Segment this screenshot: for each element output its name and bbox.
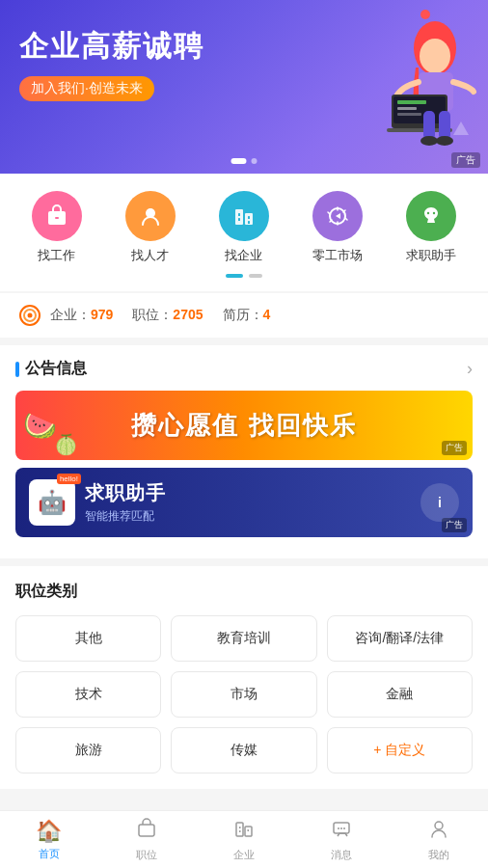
svg-point-24 — [433, 212, 435, 214]
svg-point-23 — [427, 212, 429, 214]
banner2-info-circle[interactable]: i — [420, 483, 459, 522]
company-label: 企业： — [50, 307, 91, 322]
title-bar — [15, 362, 19, 377]
position-label: 职位： — [132, 307, 173, 322]
job-categories-section: 职位类别 其他 教育培训 咨询/翻译/法律 技术 市场 金融 旅游 传媒 + 自… — [0, 566, 488, 789]
company-label: 企业 — [233, 848, 255, 862]
svg-rect-31 — [239, 827, 241, 828]
robot-icon: 🤖 hello! — [29, 479, 75, 526]
banner2-ad-badge: 广告 — [442, 518, 467, 532]
bottom-nav-messages[interactable]: 消息 — [293, 818, 391, 862]
nav-row: 找工作 找人才 找企业 — [0, 191, 488, 264]
svg-rect-18 — [238, 213, 240, 216]
company-icon — [233, 818, 255, 845]
nav-item-find-company[interactable]: 找企业 — [219, 191, 269, 264]
nav-item-part-time[interactable]: 零工市场 — [312, 191, 363, 264]
banner1-ad-badge: 广告 — [442, 441, 467, 455]
find-company-label: 找企业 — [225, 247, 262, 264]
cat-item-consulting[interactable]: 咨询/翻译/法律 — [327, 615, 473, 662]
nav-page-dot-1 — [226, 274, 243, 278]
info-icon: i — [438, 495, 442, 510]
messages-label: 消息 — [331, 848, 352, 862]
svg-point-38 — [435, 822, 443, 829]
nav-page-dot-2 — [249, 274, 262, 278]
bottom-nav-company[interactable]: 企业 — [195, 818, 292, 862]
svg-point-37 — [343, 827, 345, 829]
banner-subtitle: 加入我们·创造未来 — [19, 76, 154, 101]
svg-rect-29 — [236, 823, 243, 836]
messages-icon — [331, 818, 352, 845]
svg-point-36 — [340, 827, 342, 829]
nav-pagination — [0, 274, 488, 282]
svg-point-27 — [28, 313, 33, 318]
nav-item-find-talent[interactable]: 找人才 — [125, 191, 176, 264]
cat-item-media[interactable]: 传媒 — [171, 727, 316, 773]
announcement-banner-2[interactable]: 🤖 hello! 求职助手 智能推荐匹配 i 广告 — [15, 468, 473, 537]
nav-item-job-assistant[interactable]: 求职助手 — [406, 191, 456, 264]
cat-item-education[interactable]: 教育培训 — [171, 615, 316, 662]
announcement-title-text: 公告信息 — [25, 359, 87, 379]
company-stat: 企业：979 — [50, 307, 113, 324]
svg-rect-20 — [248, 216, 250, 219]
find-company-icon — [219, 191, 269, 241]
hello-badge: hello! — [57, 474, 81, 484]
cat-item-finance[interactable]: 金融 — [327, 671, 473, 718]
banner-pagination — [231, 158, 258, 164]
svg-rect-16 — [235, 209, 243, 225]
banner-dot-1 — [231, 158, 247, 164]
banner-content: 企业高薪诚聘 加入我们·创造未来 — [0, 0, 488, 128]
position-stat: 职位：2705 — [132, 307, 203, 324]
job-assistant-label: 求职助手 — [406, 247, 456, 264]
svg-point-35 — [338, 827, 339, 829]
svg-point-12 — [436, 136, 453, 146]
stats-logo — [19, 305, 41, 326]
svg-rect-14 — [55, 217, 59, 219]
jobs-icon — [136, 818, 157, 845]
svg-point-11 — [420, 136, 438, 146]
banner2-sub: 智能推荐匹配 — [85, 508, 411, 525]
svg-rect-19 — [238, 218, 240, 221]
find-job-label: 找工作 — [38, 247, 75, 264]
find-job-icon — [32, 191, 82, 241]
svg-rect-32 — [239, 830, 241, 832]
cat-item-custom[interactable]: + 自定义 — [327, 727, 473, 773]
job-assistant-icon — [406, 191, 456, 241]
svg-rect-28 — [139, 825, 154, 836]
profile-icon — [428, 818, 449, 845]
home-icon: 🏠 — [36, 819, 62, 844]
find-talent-label: 找人才 — [131, 247, 169, 264]
announcement-section: 公告信息 › 🍉 🍈 攒心愿值 找回快乐 广告 🤖 hello! 求职助手 智能… — [0, 345, 488, 558]
profile-label: 我的 — [428, 848, 449, 862]
announcement-banner-1[interactable]: 🍉 🍈 攒心愿值 找回快乐 广告 — [15, 391, 473, 460]
resume-value: 4 — [263, 307, 271, 322]
cat-item-market[interactable]: 市场 — [171, 671, 316, 718]
categories-title: 职位类别 — [15, 582, 473, 602]
cat-item-tourism[interactable]: 旅游 — [15, 727, 161, 773]
banner-ad-label: 广告 — [451, 152, 480, 168]
more-arrow[interactable]: › — [467, 359, 473, 379]
cat-item-tech[interactable]: 技术 — [15, 671, 161, 718]
part-time-label: 零工市场 — [312, 247, 363, 264]
bottom-nav-profile[interactable]: 我的 — [391, 818, 488, 862]
cat-item-other[interactable]: 其他 — [15, 615, 161, 662]
banner-dot-2 — [252, 158, 258, 164]
part-time-icon — [312, 191, 363, 241]
announcement-header: 公告信息 › — [15, 359, 473, 379]
svg-rect-33 — [248, 829, 250, 831]
resume-stat: 简历：4 — [223, 307, 271, 324]
watermelon2-icon: 🍈 — [54, 433, 78, 456]
banner-title: 企业高薪诚聘 — [19, 27, 469, 67]
company-value: 979 — [91, 307, 113, 322]
nav-item-find-job[interactable]: 找工作 — [32, 191, 82, 264]
stats-bar: 企业：979 职位：2705 简历：4 — [0, 293, 488, 338]
bottom-navigation: 🏠 首页 职位 企业 — [0, 810, 488, 868]
bottom-nav-jobs[interactable]: 职位 — [97, 818, 195, 862]
find-talent-icon — [125, 191, 176, 241]
svg-rect-21 — [248, 221, 250, 224]
announcement-banner-1-text: 攒心愿值 找回快乐 — [131, 409, 356, 443]
bottom-nav-home[interactable]: 🏠 首页 — [0, 819, 97, 861]
banner2-title: 求职助手 — [85, 480, 166, 506]
home-label: 首页 — [39, 847, 60, 861]
hero-banner[interactable]: 企业高薪诚聘 加入我们·创造未来 广告 — [0, 0, 488, 174]
resume-label: 简历： — [223, 307, 263, 322]
